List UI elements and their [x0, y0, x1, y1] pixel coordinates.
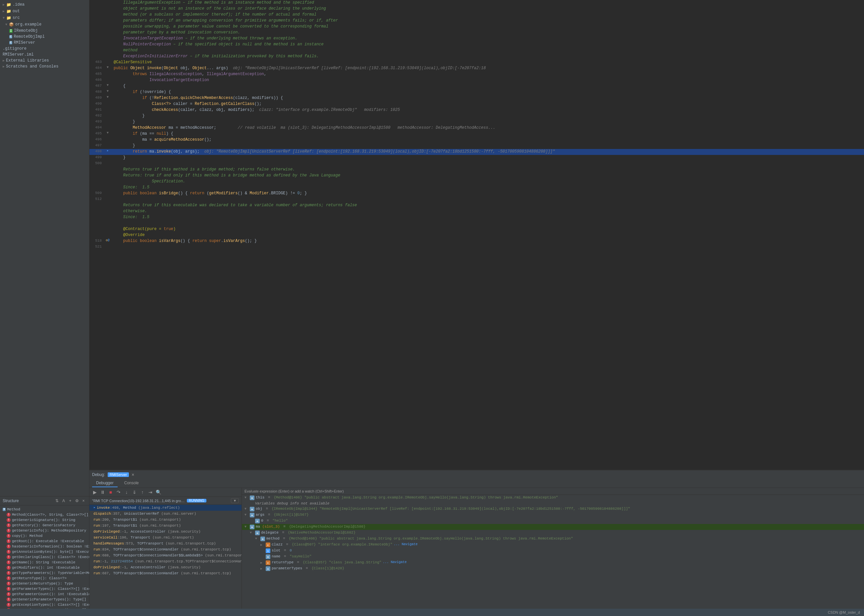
- struct-alpha-btn[interactable]: A: [61, 498, 66, 504]
- code-editor[interactable]: IllegalArgumentException – if the method…: [90, 0, 864, 470]
- force-step-into-btn[interactable]: ⇓: [131, 489, 138, 495]
- fold-arrow[interactable]: ▼: [107, 66, 109, 69]
- struct-close-btn[interactable]: ×: [80, 498, 87, 504]
- var-method[interactable]: ▼ m method = {Method@1406} "public abstr…: [242, 536, 864, 542]
- struct-item-getdeclaring[interactable]: ! getDeclaringClass(): Class<?> !Executa…: [0, 555, 89, 560]
- var-obj[interactable]: ▼ m obj = {IRemoteObjImpl@1344} "RemoteO…: [242, 506, 864, 512]
- var-icon-clazz: c: [266, 542, 270, 547]
- step-into-btn[interactable]: ↓: [123, 489, 130, 495]
- tree-item-iremoteobj[interactable]: I IRemoteObj: [0, 28, 89, 34]
- struct-item-getexctypes[interactable]: ! getExceptionTypes(): Class<?>[] !Execu…: [0, 602, 89, 607]
- struct-settings-btn[interactable]: ⚙: [74, 498, 80, 504]
- fold-icon[interactable]: ▼: [107, 83, 109, 87]
- fold-icon[interactable]: ▼: [107, 131, 109, 135]
- struct-item-method[interactable]: ▼ Method: [0, 507, 89, 512]
- struct-item-getname[interactable]: ! getName(): String !Executable: [0, 560, 89, 565]
- evaluate-btn[interactable]: 🔍: [155, 489, 162, 495]
- tree-item-label: .gitignore: [3, 46, 27, 51]
- fold-icon[interactable]: ▼: [107, 95, 109, 99]
- var-this[interactable]: ▼ m this = {Method@1406} "public abstrac…: [242, 495, 864, 501]
- debug-call-stack: ▶ ⏸ ■ ↷ ↓ ⇓ ↑ ⇥ 🔍 "RMI TCP Connection(10…: [90, 488, 242, 609]
- tree-item-label: org.example: [15, 22, 41, 27]
- code-line: @Contract(pure = true): [90, 226, 864, 233]
- stop-btn[interactable]: ■: [107, 489, 114, 495]
- code-line-518: 518 ⊙@ public boolean isVarArgs() { retu…: [90, 238, 864, 244]
- var-parametertypes[interactable]: ▶ a parameterTypes = {Class[1]@1420}: [242, 566, 864, 572]
- step-over-btn[interactable]: ↷: [115, 489, 122, 495]
- tab-console[interactable]: Console: [120, 479, 143, 487]
- code-line-496: 496 ma = acquireMethodAccessor();: [90, 137, 864, 143]
- execution-arrow: ➤: [107, 149, 109, 153]
- resume-btn[interactable]: ▶: [91, 489, 98, 495]
- struct-item-copy[interactable]: ! copy(): Method: [0, 533, 89, 539]
- stack-frame-1[interactable]: dispatch:357, UnicastServerRef (sun.rmi.…: [90, 511, 241, 517]
- tree-item-out[interactable]: ▶ 📁 out: [0, 8, 89, 14]
- folder-icon: 📁: [6, 15, 11, 20]
- struct-item-getroot[interactable]: ! getRoot(): Executable !Executable: [0, 539, 89, 544]
- tree-item-remoteobjimpl[interactable]: C RemoteObjImpl: [0, 34, 89, 40]
- tab-debugger[interactable]: Debugger: [92, 479, 118, 487]
- pause-btn[interactable]: ⏸: [99, 489, 106, 495]
- rmiserver-tab[interactable]: RMIServer: [108, 472, 129, 477]
- tree-item-gitignore[interactable]: .gitignore: [0, 46, 89, 52]
- tree-item-iml[interactable]: RMIServer.iml: [0, 52, 89, 58]
- fold-icon[interactable]: ▼: [107, 90, 109, 93]
- struct-item-getannotation[interactable]: ! getAnnotationBytes(): byte[] !Executab…: [0, 549, 89, 555]
- var-icon-name: m: [266, 555, 270, 559]
- struct-item-constructor[interactable]: ! Method(Class<?>, String, Class<?>[], C…: [0, 512, 89, 517]
- var-icon-ma: m: [250, 525, 254, 529]
- error-badge: !: [6, 592, 11, 596]
- debug-close-btn[interactable]: ×: [131, 472, 134, 477]
- struct-sort-btn[interactable]: ⇅: [54, 498, 60, 504]
- tree-item-src[interactable]: ▼ 📁 src: [0, 14, 89, 21]
- struct-item-getmodifiers[interactable]: ! getModifiers(): int !Executable: [0, 565, 89, 570]
- var-icon-returntype: c: [266, 560, 270, 565]
- stack-frame-9[interactable]: run:-1, 2127248554 (sun.rmi.transport.tc…: [90, 558, 241, 564]
- stack-frame-4[interactable]: doPrivileged:-1, AccessController (java.…: [90, 529, 241, 534]
- stack-frame-0[interactable]: ➤ invoke:498, Method (java.lang.reflect): [90, 505, 241, 511]
- struct-item-getparamcount[interactable]: ! getParameterCount(): int !Executable: [0, 591, 89, 597]
- tree-item-scratches[interactable]: ▶ Scratches and Consoles: [0, 64, 89, 69]
- struct-item-gettypeparams[interactable]: ! getTypeParameters(): TypeVariable<Meth…: [0, 570, 89, 576]
- filter-btn[interactable]: ▼: [231, 498, 239, 503]
- stack-frame-7[interactable]: run:834, TCPTransport$ConnectionHandler …: [90, 547, 241, 552]
- run-to-cursor-btn[interactable]: ⇥: [147, 489, 154, 495]
- stack-frame-2[interactable]: run:200, Transport$1 (sun.rmi.transport): [90, 517, 241, 523]
- struct-item-getfactory[interactable]: ! getFactory(): GenericsFactory: [0, 523, 89, 528]
- var-icon-this: m: [250, 495, 254, 500]
- struct-item-hasgeneric[interactable]: ! hasGenericInformation(): boolean !Exec…: [0, 544, 89, 549]
- tree-item-idea[interactable]: ▶ 📁 .idea: [0, 1, 89, 8]
- step-out-btn[interactable]: ↑: [139, 489, 146, 495]
- navigate-link-clazz[interactable]: ... Navigate: [394, 542, 418, 546]
- struct-item-getgenericreturn[interactable]: ! getGenericReturnType(): Type: [0, 581, 89, 586]
- tree-item-rmiserver[interactable]: C RMIServer: [0, 40, 89, 46]
- tree-item-orgexample[interactable]: ▼ 📦 org.example: [0, 21, 89, 28]
- stack-frame-5[interactable]: serviceCall:196, Transport (sun.rmi.tran…: [90, 534, 241, 541]
- stack-frame-6[interactable]: handleMessages:573, TCPTransport (sun.rm…: [90, 541, 241, 547]
- struct-item-getgenericparam[interactable]: ! getGenericParameterTypes(): Type[] !Ex…: [0, 597, 89, 602]
- error-badge: !: [6, 545, 11, 548]
- var-clazz[interactable]: ▶ c clazz = {Class@507} "interface org.e…: [242, 542, 864, 548]
- stack-frame-3[interactable]: run:197, Transport$1 (sun.rmi.transport): [90, 523, 241, 529]
- struct-expand-btn[interactable]: +: [67, 498, 73, 504]
- struct-item-getparamtypes[interactable]: ! getParameterTypes(): Class<?>[] !Execu…: [0, 586, 89, 591]
- var-slot[interactable]: i slot = 0: [242, 548, 864, 554]
- var-args-0[interactable]: m 0 = "hello": [242, 518, 864, 524]
- struct-item-getreturntype[interactable]: ! getReturnType(): Class<?>: [0, 576, 89, 581]
- code-line: Returns: true if and only if this method…: [90, 173, 864, 179]
- navigate-link-returntype[interactable]: ... Navigate: [383, 560, 407, 564]
- struct-item-getgenericinfo[interactable]: ! getGenericInfo(): MethodRepository !Ex…: [0, 528, 89, 533]
- stack-frame-8[interactable]: run:688, TCPTransport$ConnectionHandler$…: [90, 552, 241, 558]
- struct-item-genericsig[interactable]: ! getGenericSignature(): String: [0, 517, 89, 523]
- tree-item-extlib[interactable]: ▶ External Libraries: [0, 58, 89, 64]
- code-line: IllegalArgumentException – if the method…: [90, 0, 864, 6]
- var-name[interactable]: m name = "sayHello": [242, 554, 864, 560]
- stack-frame-11[interactable]: run:687, TCPTransport$ConnectionHandler …: [90, 570, 241, 576]
- var-args[interactable]: ▼ m args = {Object[1]@1567}: [242, 512, 864, 518]
- error-badge: !: [6, 534, 11, 538]
- stack-frame-10[interactable]: doPrivileged:-1, AccessController (java.…: [90, 564, 241, 570]
- var-delegate[interactable]: ▼ m delegate = {NativeMethodAccessorImpl…: [242, 530, 864, 536]
- var-ma[interactable]: ▼ m ma (slot_3) = {DelegatingMethodAcces…: [242, 524, 864, 530]
- var-returntype[interactable]: ▶ c returnType = {Class@357} "class java…: [242, 560, 864, 566]
- code-line-494: 494 MethodAccessor ma = methodAccessor; …: [90, 125, 864, 131]
